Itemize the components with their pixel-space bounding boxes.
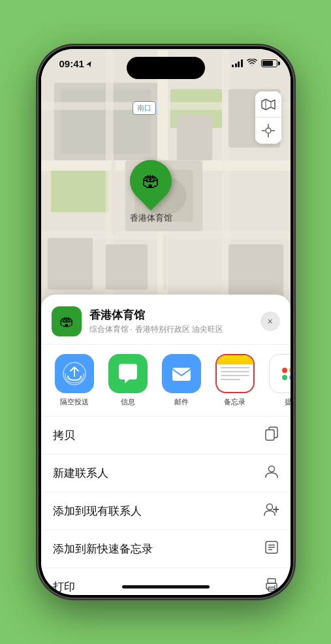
location-pin: 🏟 香港体育馆	[130, 160, 172, 224]
note-icon	[264, 540, 279, 558]
dynamic-island	[127, 57, 205, 79]
share-item-mail[interactable]: 邮件	[159, 354, 204, 407]
svg-rect-31	[266, 430, 274, 440]
share-item-airdrop[interactable]: 隔空投送	[52, 354, 97, 407]
bottom-sheet: 🏟 香港体育馆 综合体育馆 · 香港特别行政区 油尖旺区 ×	[41, 295, 291, 595]
more-label: 提	[285, 397, 291, 407]
map-type-button[interactable]	[255, 91, 281, 118]
pin-icon: 🏟	[121, 152, 181, 211]
pin-inner-icon: 🏟	[142, 172, 160, 190]
airdrop-icon	[55, 354, 94, 393]
share-item-messages[interactable]: 信息	[105, 354, 151, 407]
action-add-contact[interactable]: 添加到现有联系人	[41, 492, 291, 530]
action-print-label: 打印	[53, 579, 75, 594]
map-area[interactable]: 南口	[41, 49, 291, 330]
person-add-icon	[263, 502, 279, 520]
svg-rect-17	[105, 244, 147, 289]
action-list: 拷贝 新建联系人	[41, 417, 291, 595]
svg-point-32	[268, 466, 274, 472]
notes-label: 备忘录	[224, 397, 245, 407]
time-label: 09:41	[59, 58, 84, 69]
print-icon	[264, 578, 279, 595]
share-item-more[interactable]: 提	[266, 354, 291, 407]
place-name: 香港体育馆	[89, 308, 253, 323]
notes-icon	[215, 354, 255, 393]
action-copy[interactable]: 拷贝	[41, 417, 291, 455]
svg-rect-14	[176, 115, 212, 160]
share-row: 隔空投送 信息	[41, 345, 291, 417]
action-print[interactable]: 打印	[41, 568, 291, 595]
phone-frame: 09:41	[39, 46, 293, 598]
svg-rect-16	[47, 238, 92, 289]
messages-icon	[108, 354, 148, 393]
person-icon	[264, 464, 279, 482]
svg-point-23	[266, 128, 271, 133]
mail-icon	[162, 354, 201, 393]
svg-rect-29	[172, 368, 191, 381]
status-time: 09:41	[59, 58, 93, 69]
map-label: 南口	[133, 101, 156, 115]
signal-icon	[232, 59, 243, 67]
pin-label: 香港体育馆	[130, 212, 172, 224]
home-indicator	[122, 585, 210, 588]
copy-icon	[264, 427, 279, 444]
place-icon: 🏟	[52, 306, 82, 336]
svg-point-43	[274, 585, 276, 587]
status-icons	[232, 58, 277, 69]
location-arrow-icon	[86, 60, 93, 68]
more-icon	[269, 354, 291, 393]
messages-label: 信息	[121, 397, 135, 407]
close-button[interactable]: ×	[260, 312, 280, 331]
svg-rect-40	[268, 579, 276, 583]
battery-icon	[261, 59, 277, 67]
share-item-notes[interactable]: 备忘录	[212, 354, 258, 407]
action-copy-label: 拷贝	[53, 428, 75, 443]
svg-point-33	[266, 504, 272, 510]
action-quick-note[interactable]: 添加到新快速备忘录	[41, 530, 291, 568]
place-subtitle: 综合体育馆 · 香港特别行政区 油尖旺区	[89, 324, 253, 335]
airdrop-label: 隔空投送	[60, 397, 89, 407]
action-new-contact[interactable]: 新建联系人	[41, 455, 291, 492]
mail-label: 邮件	[174, 397, 189, 407]
svg-rect-3	[50, 167, 108, 212]
action-new-contact-label: 新建联系人	[53, 466, 108, 481]
place-info: 香港体育馆 综合体育馆 · 香港特别行政区 油尖旺区	[89, 308, 253, 335]
sheet-header: 🏟 香港体育馆 综合体育馆 · 香港特别行政区 油尖旺区 ×	[41, 295, 291, 345]
action-quick-note-label: 添加到新快速备忘录	[53, 541, 153, 556]
wifi-icon	[247, 58, 257, 69]
map-controls	[255, 91, 281, 144]
action-add-contact-label: 添加到现有联系人	[53, 504, 142, 519]
phone-screen: 09:41	[41, 49, 291, 595]
location-button[interactable]	[255, 118, 281, 144]
